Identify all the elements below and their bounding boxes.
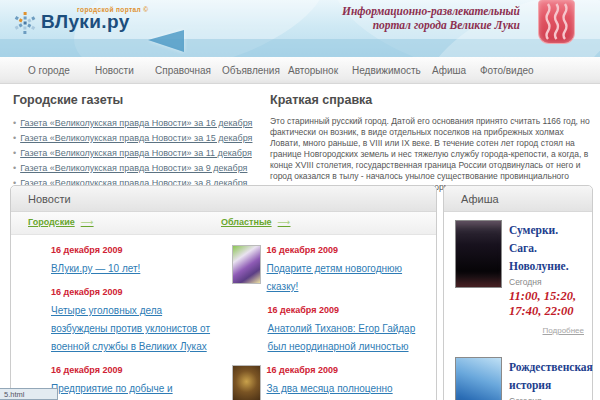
tagline-line1: Информационно-развлекательный bbox=[342, 4, 520, 18]
news-item: 16 декабря 2009 Четыре уголовных дела во… bbox=[51, 287, 214, 354]
news-item-link[interactable]: Подарите детям новогоднюю сказку! bbox=[267, 263, 403, 292]
event-day: Сегодня bbox=[509, 396, 593, 400]
nav-item-automarket[interactable]: Авторынок bbox=[288, 65, 338, 76]
news-item-date: 16 декабря 2009 bbox=[267, 365, 431, 375]
gazettes-list: •Газета «Великолукская правда Новости» з… bbox=[13, 116, 261, 191]
gazette-link[interactable]: Газета «Великолукская правда Новости» за… bbox=[20, 118, 252, 128]
afisha-event: Сумерки. Сага. Новолуние. Сегодня 11:00,… bbox=[444, 212, 592, 335]
afisha-panel: Афиша Сумерки. Сага. Новолуние. Сегодня … bbox=[443, 185, 593, 400]
bullet-icon: • bbox=[13, 133, 16, 143]
bullet-icon: • bbox=[13, 163, 16, 173]
arrow-right-icon: ⟶ bbox=[278, 217, 291, 227]
news-item-link[interactable]: ВЛуки.ру — 10 лет! bbox=[51, 263, 140, 274]
afisha-event: Рождественская история Сегодня 13:20, 20… bbox=[444, 349, 592, 400]
news-item: 16 декабря 2009 Анатолий Тиханов: Егор Г… bbox=[268, 305, 431, 354]
event-day: Сегодня bbox=[509, 277, 584, 287]
snowflake-logo-icon bbox=[13, 10, 38, 41]
news-columns: 16 декабря 2009 ВЛуки.ру — 10 лет! 16 де… bbox=[11, 235, 436, 400]
main-navigation: О городе Новости Справочная Объявления А… bbox=[0, 57, 600, 84]
nav-item-photovideo[interactable]: Фото/видео bbox=[480, 65, 534, 76]
news-item: 16 декабря 2009 Предприятие по добыче и … bbox=[51, 365, 214, 400]
gazettes-section: Городские газеты •Газета «Великолукская … bbox=[13, 93, 261, 191]
news-item-link[interactable]: Предприятие по добыче и переработке торф… bbox=[51, 383, 191, 400]
details-link[interactable]: Подробнее bbox=[509, 326, 584, 335]
site-tagline: Информационно-развлекательный портал гор… bbox=[342, 4, 520, 32]
news-item-link[interactable]: Четыре уголовных дела возбуждены против … bbox=[51, 305, 210, 352]
gazette-link[interactable]: Газета «Великолукская правда Новости» за… bbox=[20, 163, 247, 173]
news-panel: Новости Городские⟶ Областные⟶ 16 декабря… bbox=[10, 185, 437, 400]
arrow-right-icon: ⟶ bbox=[81, 217, 94, 227]
gazette-list-item: •Газета «Великолукская правда Новости» з… bbox=[13, 146, 261, 161]
orthodox-icon-thumbnail[interactable] bbox=[232, 365, 261, 400]
gazette-link[interactable]: Газета «Великолукская правда Новости» за… bbox=[20, 148, 252, 158]
news-item: 16 декабря 2009 За два месяца полноценно… bbox=[232, 365, 431, 400]
news-item-date: 16 декабря 2009 bbox=[51, 287, 214, 297]
news-item: 16 декабря 2009 ВЛуки.ру — 10 лет! bbox=[51, 245, 214, 276]
nav-item-ads[interactable]: Объявления bbox=[222, 65, 280, 76]
news-item-date: 16 декабря 2009 bbox=[51, 245, 214, 255]
reference-title: Краткая справка bbox=[270, 93, 592, 107]
nav-item-about[interactable]: О городе bbox=[28, 65, 70, 76]
news-item-link[interactable]: За два месяца полноценно исследовать ико… bbox=[267, 383, 426, 400]
page: городской портал © ВЛуки.ру Информационн… bbox=[0, 0, 600, 400]
event-times: 11:00, 15:20, 17:40, 22:00 bbox=[509, 289, 584, 319]
logo-text: ВЛуки.ру bbox=[41, 11, 130, 33]
nav-item-afisha[interactable]: Афиша bbox=[432, 65, 466, 76]
tagline-line2: портал города Великие Луки bbox=[342, 18, 520, 32]
news-item-link[interactable]: Анатолий Тиханов: Егор Гайдар был неорди… bbox=[268, 323, 416, 352]
news-item-date: 16 декабря 2009 bbox=[267, 245, 431, 255]
tab-city-news[interactable]: Городские⟶ bbox=[28, 217, 94, 227]
news-item: 16 декабря 2009 Подарите детям новогодню… bbox=[232, 245, 431, 294]
nav-item-reference[interactable]: Справочная bbox=[155, 65, 211, 76]
nav-item-news[interactable]: Новости bbox=[95, 65, 134, 76]
christmas-carol-poster[interactable] bbox=[455, 357, 502, 400]
twilight-new-moon-poster[interactable] bbox=[455, 220, 502, 288]
news-panel-header: Новости bbox=[11, 186, 436, 212]
bullet-icon: • bbox=[13, 118, 16, 128]
site-header: городской портал © ВЛуки.ру Информационн… bbox=[0, 0, 600, 57]
tab-region-news[interactable]: Областные⟶ bbox=[221, 217, 291, 227]
bullet-icon: • bbox=[13, 148, 16, 158]
movie-title-link[interactable]: Рождественская история bbox=[509, 361, 593, 391]
gazettes-title: Городские газеты bbox=[13, 93, 261, 107]
city-crest-icon bbox=[538, 0, 575, 44]
region-news-column: 16 декабря 2009 Подарите детям новогодню… bbox=[224, 245, 437, 400]
afisha-panel-header: Афиша bbox=[444, 186, 592, 212]
news-tabs: Городские⟶ Областные⟶ bbox=[11, 212, 436, 235]
gazette-list-item: •Газета «Великолукская правда Новости» з… bbox=[13, 131, 261, 146]
nav-item-realestate[interactable]: Недвижимость bbox=[352, 65, 421, 76]
gazette-list-item: •Газета «Великолукская правда Новости» з… bbox=[13, 161, 261, 176]
movie-title-link[interactable]: Сумерки. Сага. Новолуние. bbox=[509, 224, 569, 272]
gazette-link[interactable]: Газета «Великолукская правда Новости» за… bbox=[20, 133, 252, 143]
city-news-column: 16 декабря 2009 ВЛуки.ру — 10 лет! 16 де… bbox=[11, 245, 224, 400]
gazette-list-item: •Газета «Великолукская правда Новости» з… bbox=[13, 116, 261, 131]
new-year-poster-thumbnail[interactable] bbox=[232, 245, 261, 284]
news-item-date: 16 декабря 2009 bbox=[268, 305, 431, 315]
news-item-date: 16 декабря 2009 bbox=[51, 365, 214, 375]
status-bar-tooltip: 5.html bbox=[0, 388, 58, 400]
header-decor-triangle bbox=[148, 30, 184, 52]
